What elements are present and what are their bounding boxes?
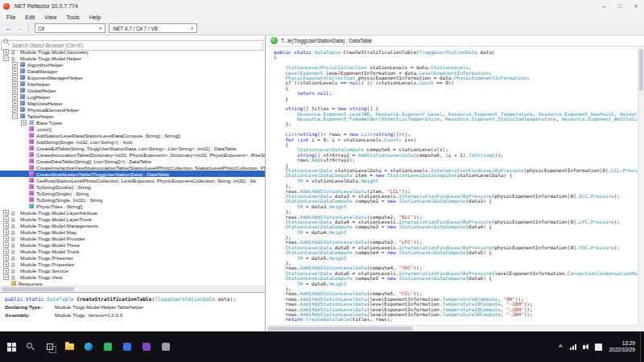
code-link[interactable]: Pressure [591,193,614,199]
tree-item[interactable]: Resources [0,280,265,286]
tree-horizontal-scrollbar[interactable] [0,286,265,292]
tree-item[interactable]: +Module.Tlogp.Model.Three [0,241,265,248]
tree-item[interactable]: GetRow(StationLevelPhisicCollection, Lev… [0,177,265,183]
code-link[interactable]: TloggUserStationData [419,49,477,55]
tree-item[interactable]: +Base Types [0,119,265,125]
expand-icon[interactable]: + [12,107,18,113]
code-link[interactable]: LFC [579,219,588,224]
start-button[interactable] [2,331,21,362]
show-desktop-button[interactable] [640,331,644,362]
tree-item[interactable]: +ExponentManagerHelper [0,74,265,80]
expand-icon[interactable]: + [12,81,18,87]
menu-item-file[interactable]: File [2,14,20,20]
scrollbar-thumb[interactable] [268,327,413,331]
expand-icon[interactable]: + [12,94,18,100]
expand-icon[interactable]: + [3,49,9,55]
tree-item[interactable]: +AlgorithmHelper [0,61,265,68]
expand-icon[interactable]: + [12,88,18,93]
code-link[interactable]: Count [384,137,398,142]
expand-icon[interactable]: + [3,255,9,261]
visual-studio-button[interactable] [137,331,156,362]
expand-icon[interactable]: + [3,229,9,235]
code-link[interactable]: Pressure [591,219,614,224]
code-link[interactable]: Height [329,255,347,261]
tree-item[interactable]: CreateEATable(String, TloggUserStationDa… [0,145,265,151]
code-link[interactable]: ConvectionCondensationHeightLevelData [568,270,638,276]
tree-item[interactable]: AddStationLevelData(StationLevelDataComp… [0,132,265,138]
tree-item[interactable]: +MapViewHelper [0,100,265,106]
code-link[interactable]: Resource.Exponent_StaticSumTemperature [445,116,555,121]
tree-item[interactable]: +Module.Tlogp.Service [0,267,265,274]
tree-item-selected[interactable]: CreateStratificationTable(TloggUserStati… [0,171,265,177]
code-link[interactable]: StationLevelDataCompute [398,249,465,255]
code-tab[interactable]: T...le(TloggUserStationData) : DataTable [281,38,372,43]
tree-item[interactable]: CreateAssociationTable(Dictionary<Int32,… [0,151,265,158]
tree-item[interactable]: +DataManager [0,68,265,74]
framework-select[interactable]: .NET 4.7 / C# 7 / VB ▼ [109,23,197,33]
code-link[interactable]: StationLevelDataCompute [398,198,465,204]
ime-icon[interactable] [595,343,602,351]
code-link[interactable]: Height [329,204,347,209]
file-explorer-button[interactable] [60,331,79,362]
tree-item[interactable]: +Module.Tlogp.Model.LayerTrunk [0,216,265,222]
code-link[interactable]: Height [329,229,347,235]
taskbar-clock[interactable]: 13:29 2022/10/29 [609,340,635,353]
code-link[interactable]: Add [312,157,320,162]
tree-item[interactable]: +Module.Tlogp.Presenter [0,254,265,261]
green-app-button[interactable] [98,331,118,362]
tree-item[interactable]: +Module.Tlogp.Model.Managements [0,222,265,228]
expand-icon[interactable]: + [3,236,9,241]
network-icon[interactable] [575,344,576,350]
task-view-button[interactable] [40,331,60,362]
code-link[interactable]: AddStationLevelData [358,152,414,158]
scrollbar-thumb[interactable] [639,49,643,91]
blue-app-button[interactable] [118,331,137,362]
back-button[interactable]: ← [5,25,12,32]
tree-item[interactable]: ToString(Single, Int32) : String [0,196,265,203]
code-link[interactable]: StationLevelDataCompute [398,275,465,281]
volume-icon[interactable] [583,345,585,349]
tree-item[interactable]: +Module.Tlogp.Model.Trunk [0,248,265,254]
code-link[interactable]: StationLevelDataCompute [398,224,465,229]
code-link[interactable]: Temperature30Compute [443,311,501,317]
tree-item[interactable]: ToString(Single) : String [0,190,265,196]
tree-item[interactable]: −TableHelper [0,113,265,119]
expand-icon[interactable]: + [3,242,9,248]
tree-item[interactable]: +LogHelper [0,93,265,100]
tree-item[interactable]: PhysicTitles : String[] [0,203,265,209]
tree-item[interactable]: .cctor() [0,125,265,132]
tree-item[interactable]: +Module.Tlogp.Model.LayerAttribute [0,209,265,216]
code-link[interactable]: PhysicExponentInformation [454,75,526,80]
code-link[interactable]: YDC [579,245,588,250]
code-horizontal-scrollbar[interactable] [266,325,638,331]
code-link[interactable]: Resource.Exponent_WetStaticSumTemperatur… [562,116,638,121]
menu-item-edit[interactable]: Edit [20,14,39,20]
expand-icon[interactable]: + [3,216,9,222]
tree-item[interactable]: −Module.Tlogp.Model.Helper [0,55,265,61]
close-button[interactable]: × [628,0,644,12]
tree-item[interactable]: +Module.Tlogp.Properties [0,261,265,267]
collapse-icon[interactable]: − [12,113,18,119]
code-link[interactable]: Height [329,281,347,286]
tree-item[interactable]: +PhysicalElementHelper [0,106,265,113]
tree-item[interactable]: +FileHelper [0,80,265,87]
tree-item[interactable]: AddString(Single, Int32, List<String>) :… [0,138,265,145]
tree-item[interactable]: +Module.Tlogp.Model.Provider [0,235,265,241]
code-link[interactable]: Pressure [591,245,614,250]
tree-item[interactable]: +GlobalHelper [0,87,265,93]
expand-icon[interactable]: + [3,249,9,254]
menu-item-tools[interactable]: Tools [61,14,84,20]
menu-item-help[interactable]: Help [85,14,105,20]
expand-icon[interactable]: + [12,68,18,74]
expand-icon[interactable]: + [3,274,9,280]
tree-item[interactable]: +Module.Tlogp.Model.Map [0,228,265,235]
expand-icon[interactable]: + [3,268,9,274]
menu-item-view[interactable]: View [39,14,61,20]
code-link[interactable]: CreateDataTable [306,316,349,322]
maximize-button[interactable]: □ [612,0,628,12]
expand-icon[interactable]: + [3,223,9,228]
code-vertical-scrollbar[interactable] [638,47,644,325]
code-link[interactable]: ToString [469,152,492,158]
code-link[interactable]: Resource.Exponent_FakeWetBellPotentialTe… [297,116,440,121]
code-link[interactable]: StationLevelDataCompute [387,172,454,178]
